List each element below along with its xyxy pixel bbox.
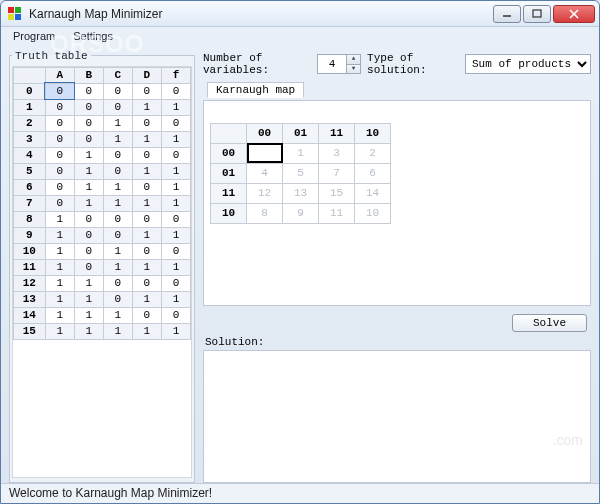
table-row[interactable]: 1110111 <box>14 259 191 275</box>
kmap-cell[interactable]: 7 <box>319 163 355 183</box>
truth-cell[interactable]: 0 <box>103 275 132 291</box>
kmap-grid[interactable]: 00011110 00132014576111213151410891110 <box>210 123 391 224</box>
truth-cell[interactable]: 0 <box>103 83 132 99</box>
soltype-select[interactable]: Sum of products <box>465 54 591 74</box>
truth-cell[interactable]: 1 <box>74 291 103 307</box>
spinner-down-icon[interactable]: ▼ <box>346 64 360 73</box>
truth-cell[interactable]: 1 <box>161 163 190 179</box>
kmap-cell[interactable]: 9 <box>283 203 319 223</box>
truth-cell[interactable]: 0 <box>161 243 190 259</box>
truth-cell[interactable]: 0 <box>132 147 161 163</box>
truth-cell[interactable]: 1 <box>161 323 190 339</box>
numvars-spinner[interactable]: ▲ ▼ <box>317 54 361 74</box>
table-row[interactable]: 000000 <box>14 83 191 99</box>
truth-cell[interactable]: 0 <box>103 227 132 243</box>
truth-cell[interactable]: 0 <box>132 83 161 99</box>
truth-cell[interactable]: 0 <box>132 115 161 131</box>
truth-cell[interactable]: 1 <box>161 227 190 243</box>
minimize-button[interactable] <box>493 5 521 23</box>
truth-cell[interactable]: 1 <box>161 131 190 147</box>
truth-cell[interactable]: 1 <box>45 307 74 323</box>
truth-cell[interactable]: 1 <box>161 195 190 211</box>
table-row[interactable]: 701111 <box>14 195 191 211</box>
kmap-cell[interactable]: 3 <box>319 143 355 163</box>
menu-settings[interactable]: Settings <box>65 29 121 43</box>
truth-cell[interactable]: 0 <box>161 147 190 163</box>
truth-cell[interactable]: 1 <box>74 323 103 339</box>
truth-cell[interactable]: 1 <box>132 131 161 147</box>
kmap-cell[interactable] <box>247 143 283 163</box>
truth-cell[interactable]: 1 <box>103 179 132 195</box>
kmap-cell[interactable]: 14 <box>355 183 391 203</box>
truth-cell[interactable]: 1 <box>132 163 161 179</box>
table-row[interactable]: 910011 <box>14 227 191 243</box>
truth-table-scroll[interactable]: ABCDf 0000001000112001003001114010005010… <box>12 66 192 478</box>
truth-cell[interactable]: 1 <box>45 211 74 227</box>
table-row[interactable]: 810000 <box>14 211 191 227</box>
maximize-button[interactable] <box>523 5 551 23</box>
truth-cell[interactable]: 0 <box>161 307 190 323</box>
truth-cell[interactable]: 0 <box>103 147 132 163</box>
kmap-cell[interactable]: 12 <box>247 183 283 203</box>
truth-cell[interactable]: 0 <box>74 115 103 131</box>
truth-cell[interactable]: 0 <box>161 275 190 291</box>
truth-cell[interactable]: 1 <box>132 323 161 339</box>
table-row[interactable]: 200100 <box>14 115 191 131</box>
truth-cell[interactable]: 0 <box>132 275 161 291</box>
truth-cell[interactable]: 1 <box>74 275 103 291</box>
truth-cell[interactable]: 1 <box>45 227 74 243</box>
solve-button[interactable]: Solve <box>512 314 587 332</box>
truth-cell[interactable]: 1 <box>45 259 74 275</box>
table-row[interactable]: 1511111 <box>14 323 191 339</box>
table-row[interactable]: 601101 <box>14 179 191 195</box>
truth-cell[interactable]: 0 <box>45 147 74 163</box>
numvars-input[interactable] <box>318 55 346 73</box>
truth-cell[interactable]: 1 <box>132 195 161 211</box>
kmap-cell[interactable]: 2 <box>355 143 391 163</box>
truth-cell[interactable]: 0 <box>161 211 190 227</box>
kmap-cell[interactable]: 5 <box>283 163 319 183</box>
truth-cell[interactable]: 1 <box>45 243 74 259</box>
truth-cell[interactable]: 1 <box>103 307 132 323</box>
truth-cell[interactable]: 1 <box>161 291 190 307</box>
truth-cell[interactable]: 0 <box>103 211 132 227</box>
kmap-cell[interactable]: 8 <box>247 203 283 223</box>
truth-cell[interactable]: 0 <box>161 115 190 131</box>
truth-cell[interactable]: 0 <box>132 179 161 195</box>
truth-cell[interactable]: 1 <box>132 227 161 243</box>
menu-program[interactable]: Program <box>5 29 63 43</box>
table-row[interactable]: 1211000 <box>14 275 191 291</box>
truth-cell[interactable]: 0 <box>132 307 161 323</box>
truth-cell[interactable]: 1 <box>103 323 132 339</box>
truth-cell[interactable]: 1 <box>74 179 103 195</box>
truth-cell[interactable]: 0 <box>45 83 74 99</box>
truth-cell[interactable]: 1 <box>161 99 190 115</box>
kmap-cell[interactable]: 10 <box>355 203 391 223</box>
truth-cell[interactable]: 1 <box>103 259 132 275</box>
truth-cell[interactable]: 0 <box>132 211 161 227</box>
close-button[interactable] <box>553 5 595 23</box>
truth-table[interactable]: ABCDf 0000001000112001003001114010005010… <box>13 67 191 340</box>
truth-cell[interactable]: 0 <box>103 99 132 115</box>
table-row[interactable]: 1010100 <box>14 243 191 259</box>
truth-cell[interactable]: 0 <box>74 211 103 227</box>
truth-cell[interactable]: 1 <box>45 323 74 339</box>
truth-cell[interactable]: 1 <box>103 243 132 259</box>
truth-cell[interactable]: 0 <box>74 227 103 243</box>
truth-cell[interactable]: 0 <box>74 99 103 115</box>
tab-kmap[interactable]: Karnaugh map <box>207 82 304 98</box>
table-row[interactable]: 100011 <box>14 99 191 115</box>
truth-cell[interactable]: 1 <box>74 147 103 163</box>
truth-cell[interactable]: 0 <box>74 83 103 99</box>
truth-cell[interactable]: 1 <box>103 195 132 211</box>
truth-cell[interactable]: 1 <box>103 131 132 147</box>
kmap-cell[interactable]: 13 <box>283 183 319 203</box>
kmap-cell[interactable]: 4 <box>247 163 283 183</box>
truth-cell[interactable]: 1 <box>132 259 161 275</box>
kmap-cell[interactable]: 1 <box>283 143 319 163</box>
table-row[interactable]: 501011 <box>14 163 191 179</box>
table-row[interactable]: 401000 <box>14 147 191 163</box>
truth-cell[interactable]: 0 <box>161 83 190 99</box>
kmap-cell[interactable]: 15 <box>319 183 355 203</box>
truth-cell[interactable]: 0 <box>74 243 103 259</box>
